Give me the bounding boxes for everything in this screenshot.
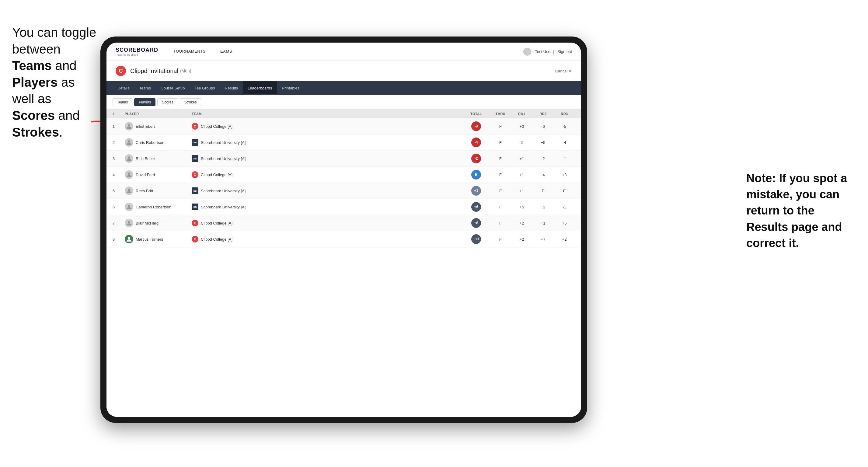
logo-title: SCOREBOARD [116, 47, 158, 53]
left-annotation: You can toggle between Teams and Players… [12, 24, 97, 141]
tab-tee-groups[interactable]: Tee Groups [190, 81, 220, 95]
table-row: 7 Blair McHarg C Clippd College [A] +8 F… [106, 215, 581, 231]
nav-tournaments[interactable]: TOURNAMENTS [167, 42, 212, 61]
score-badge: -4 [471, 137, 481, 147]
logo-subtitle: Powered by clippd [116, 53, 158, 56]
leaderboard-table: # PLAYER TEAM TOTAL THRU RD1 RD2 RD3 1 E… [106, 110, 581, 417]
player-avatar [125, 170, 133, 179]
table-row: 5 Rees Britt SB Scoreboard University [A… [106, 183, 581, 199]
team-logo: SB [192, 155, 198, 162]
toggle-strokes[interactable]: Strokes [180, 98, 202, 106]
svg-point-1 [128, 124, 130, 127]
player-avatar [125, 122, 133, 130]
player-avatar [125, 235, 133, 243]
nav-links: TOURNAMENTS TEAMS [167, 42, 523, 61]
col-rd3: RD3 [554, 112, 575, 116]
col-thru: THRU [490, 112, 511, 116]
tab-bar: Details Teams Course Setup Tee Groups Re… [106, 81, 581, 95]
score-badge: +6 [471, 202, 481, 212]
toggle-scores[interactable]: Scores [157, 98, 178, 106]
svg-point-3 [128, 156, 130, 159]
toggle-bar: Teams Players Scores Strokes [106, 95, 581, 110]
tournament-title: Clippd Invitational [130, 67, 178, 74]
nav-teams[interactable]: TEAMS [212, 42, 238, 61]
cancel-button[interactable]: Cancel ✕ [555, 69, 572, 73]
tab-teams[interactable]: Teams [134, 81, 156, 95]
score-badge: E [471, 170, 481, 180]
team-logo: SB [192, 139, 198, 146]
svg-point-6 [128, 205, 130, 207]
col-rd2: RD2 [532, 112, 554, 116]
player-avatar [125, 186, 133, 195]
table-row: 4 David Ford C Clippd College [A] E F +1… [106, 167, 581, 183]
col-total: TOTAL [462, 112, 490, 116]
team-logo: C [192, 220, 198, 226]
player-avatar [125, 219, 133, 227]
player-avatar [125, 154, 133, 163]
score-badge: +8 [471, 218, 481, 228]
table-row: 2 Chris Robertson SB Scoreboard Universi… [106, 134, 581, 151]
team-logo: C [192, 236, 198, 243]
tab-printables[interactable]: Printables [277, 81, 304, 95]
team-logo: SB [192, 187, 198, 194]
table-row: 6 Cameron Robertson SB Scoreboard Univer… [106, 199, 581, 215]
toggle-teams[interactable]: Teams [113, 98, 132, 106]
toggle-players[interactable]: Players [134, 98, 155, 106]
score-badge: +1 [471, 186, 481, 196]
user-name: Test User | [535, 49, 554, 54]
svg-point-7 [128, 221, 130, 223]
svg-point-4 [128, 173, 130, 175]
col-rd1: RD1 [511, 112, 532, 116]
top-nav: SCOREBOARD Powered by clippd TOURNAMENTS… [106, 42, 581, 61]
svg-point-5 [128, 189, 130, 191]
logo-area: SCOREBOARD Powered by clippd [116, 47, 158, 56]
table-row: 3 Rich Butler SB Scoreboard University [… [106, 151, 581, 167]
right-annotation: Note: If you spot a mistake, you can ret… [746, 170, 850, 251]
table-header: # PLAYER TEAM TOTAL THRU RD1 RD2 RD3 [106, 110, 581, 118]
score-badge: -8 [471, 121, 481, 131]
nav-user: Test User | Sign out [523, 48, 572, 56]
tab-course-setup[interactable]: Course Setup [156, 81, 190, 95]
table-row: 8 Marcus Turners C Clippd College [A] +1… [106, 231, 581, 247]
svg-point-8 [128, 237, 130, 240]
team-logo: SB [192, 204, 198, 210]
tournament-header: C Clippd Invitational (Men) Cancel ✕ [106, 61, 581, 81]
player-avatar [125, 203, 133, 211]
tab-results[interactable]: Results [220, 81, 243, 95]
tournament-icon: C [116, 66, 126, 76]
tablet-frame: SCOREBOARD Powered by clippd TOURNAMENTS… [100, 36, 587, 423]
sign-out-link[interactable]: Sign out [557, 49, 572, 54]
tab-details[interactable]: Details [113, 81, 134, 95]
tablet-screen: SCOREBOARD Powered by clippd TOURNAMENTS… [106, 42, 581, 417]
tournament-subtitle: (Men) [180, 68, 191, 73]
table-row: 1 Elliot Ebert C Clippd College [A] -8 F… [106, 118, 581, 134]
col-player: PLAYER [125, 112, 192, 116]
score-badge: +11 [471, 234, 481, 244]
player-avatar [125, 138, 133, 147]
team-logo: C [192, 171, 198, 178]
team-logo: C [192, 123, 198, 130]
col-team: TEAM [192, 112, 462, 116]
tab-leaderboards[interactable]: Leaderboards [243, 81, 277, 95]
score-badge: -2 [471, 154, 481, 163]
user-avatar [523, 48, 531, 56]
col-rank: # [113, 112, 125, 116]
svg-point-2 [128, 140, 130, 143]
